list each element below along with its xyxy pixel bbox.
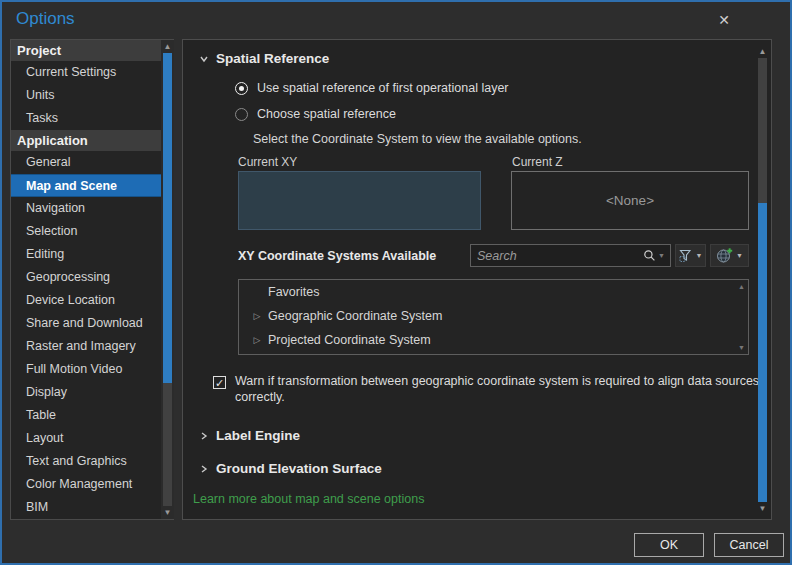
list-item-favorites[interactable]: Favorites bbox=[239, 280, 748, 304]
scroll-down-icon[interactable]: ▼ bbox=[756, 502, 769, 515]
section-label-engine[interactable]: Label Engine bbox=[199, 428, 300, 443]
sidebar-scrollbar-thumb[interactable] bbox=[163, 53, 172, 383]
radio-selected-icon[interactable] bbox=[235, 82, 248, 95]
scroll-up-icon[interactable]: ▲ bbox=[756, 45, 769, 58]
radio-use-first-layer[interactable]: Use spatial reference of first operation… bbox=[235, 81, 509, 95]
radio-choose-spatial-reference[interactable]: Choose spatial reference bbox=[235, 107, 396, 121]
chevron-right-icon bbox=[199, 431, 209, 441]
radio-label: Choose spatial reference bbox=[257, 107, 396, 121]
expand-icon[interactable]: ▷ bbox=[251, 311, 263, 321]
list-item-label: Geographic Coordinate System bbox=[268, 309, 442, 323]
sidebar-content: Project Current Settings Units Tasks App… bbox=[11, 40, 161, 519]
cancel-button[interactable]: Cancel bbox=[714, 533, 784, 557]
section-title: Label Engine bbox=[216, 428, 300, 443]
ok-button[interactable]: OK bbox=[634, 533, 704, 557]
coordinate-system-helper-text: Select the Coordinate System to view the… bbox=[253, 132, 582, 146]
filter-button[interactable]: ▼ bbox=[675, 244, 706, 267]
warn-transformation-checkbox-row: ✓ Warn if transformation between geograp… bbox=[213, 374, 769, 405]
sidebar-item-raster-and-imagery[interactable]: Raster and Imagery bbox=[11, 335, 161, 358]
globe-dropdown-icon[interactable]: ▼ bbox=[736, 252, 743, 259]
xy-coordinate-systems-label: XY Coordinate Systems Available bbox=[238, 249, 436, 263]
sidebar-item-units[interactable]: Units bbox=[11, 84, 161, 107]
panel-scrollbar-track[interactable] bbox=[758, 58, 767, 203]
list-item-geographic-coordinate-system[interactable]: ▷ Geographic Coordinate System bbox=[239, 304, 748, 328]
search-dropdown-icon[interactable]: ▼ bbox=[658, 252, 665, 259]
search-box: ▼ bbox=[470, 244, 671, 267]
scroll-down-icon[interactable]: ▼ bbox=[161, 506, 174, 519]
panel-scrollbar-thumb[interactable] bbox=[758, 203, 767, 502]
radio-label: Use spatial reference of first operation… bbox=[257, 81, 509, 95]
dialog-title: Options bbox=[16, 9, 75, 29]
current-z-label: Current Z bbox=[512, 155, 563, 169]
sidebar-header-project: Project bbox=[11, 40, 161, 61]
list-item-projected-coordinate-system[interactable]: ▷ Projected Coordinate System bbox=[239, 328, 748, 352]
panel-scrollbar[interactable]: ▲ ▼ bbox=[756, 45, 769, 515]
scroll-up-icon[interactable]: ▲ bbox=[161, 40, 174, 53]
settings-panel: Spatial Reference Use spatial reference … bbox=[182, 39, 772, 520]
coordinate-system-list: Favorites ▷ Geographic Coordinate System… bbox=[238, 279, 749, 355]
current-xy-value-box[interactable] bbox=[238, 171, 481, 230]
search-icon[interactable] bbox=[643, 249, 656, 262]
sidebar-scrollbar[interactable]: ▲ ▼ bbox=[161, 40, 174, 519]
warn-transformation-label: Warn if transformation between geographi… bbox=[235, 374, 769, 405]
filter-icon bbox=[679, 249, 693, 263]
list-scrollbar[interactable]: ▲ ▼ bbox=[736, 280, 748, 354]
search-input[interactable] bbox=[471, 249, 643, 263]
sidebar-item-layout[interactable]: Layout bbox=[11, 427, 161, 450]
chevron-down-icon bbox=[199, 54, 209, 64]
chevron-right-icon bbox=[199, 464, 209, 474]
sidebar-item-device-location[interactable]: Device Location bbox=[11, 289, 161, 312]
radio-unselected-icon[interactable] bbox=[235, 108, 248, 121]
current-z-value-box[interactable]: <None> bbox=[511, 171, 749, 230]
sidebar-item-navigation[interactable]: Navigation bbox=[11, 197, 161, 220]
current-z-value: <None> bbox=[606, 193, 654, 208]
sidebar-item-display[interactable]: Display bbox=[11, 381, 161, 404]
sidebar-item-map-and-scene[interactable]: Map and Scene bbox=[11, 174, 161, 197]
close-icon[interactable]: ✕ bbox=[714, 10, 734, 30]
sidebar-item-full-motion-video[interactable]: Full Motion Video bbox=[11, 358, 161, 381]
sidebar-item-geoprocessing[interactable]: Geoprocessing bbox=[11, 266, 161, 289]
sidebar-item-selection[interactable]: Selection bbox=[11, 220, 161, 243]
list-item-label: Favorites bbox=[268, 285, 319, 299]
checkbox-checked-icon[interactable]: ✓ bbox=[213, 376, 226, 389]
current-xy-label: Current XY bbox=[238, 155, 297, 169]
filter-dropdown-icon[interactable]: ▼ bbox=[696, 252, 703, 259]
options-dialog: Options ✕ Project Current Settings Units… bbox=[0, 0, 792, 565]
title-bar: Options ✕ bbox=[2, 2, 790, 38]
sidebar-item-tasks[interactable]: Tasks bbox=[11, 107, 161, 130]
globe-add-icon bbox=[716, 248, 733, 264]
list-item-label: Projected Coordinate System bbox=[268, 333, 431, 347]
sidebar-item-general[interactable]: General bbox=[11, 151, 161, 174]
learn-more-link[interactable]: Learn more about map and scene options bbox=[193, 492, 424, 506]
scroll-up-icon[interactable]: ▲ bbox=[736, 281, 747, 292]
expand-icon[interactable]: ▷ bbox=[251, 335, 263, 345]
sidebar-scrollbar-track[interactable] bbox=[163, 383, 172, 506]
sidebar-header-application: Application bbox=[11, 130, 161, 151]
sidebar-item-text-and-graphics[interactable]: Text and Graphics bbox=[11, 450, 161, 473]
scroll-down-icon[interactable]: ▼ bbox=[736, 342, 747, 353]
sidebar-item-bim[interactable]: BIM bbox=[11, 496, 161, 519]
sidebar-item-current-settings[interactable]: Current Settings bbox=[11, 61, 161, 84]
add-coordinate-system-button[interactable]: ▼ bbox=[710, 244, 749, 267]
section-title: Spatial Reference bbox=[216, 51, 329, 66]
sidebar-item-color-management[interactable]: Color Management bbox=[11, 473, 161, 496]
section-spatial-reference[interactable]: Spatial Reference bbox=[199, 51, 329, 66]
sidebar-item-share-and-download[interactable]: Share and Download bbox=[11, 312, 161, 335]
section-title: Ground Elevation Surface bbox=[216, 461, 382, 476]
section-ground-elevation-surface[interactable]: Ground Elevation Surface bbox=[199, 461, 382, 476]
sidebar: Project Current Settings Units Tasks App… bbox=[10, 39, 174, 520]
sidebar-item-editing[interactable]: Editing bbox=[11, 243, 161, 266]
sidebar-item-table[interactable]: Table bbox=[11, 404, 161, 427]
